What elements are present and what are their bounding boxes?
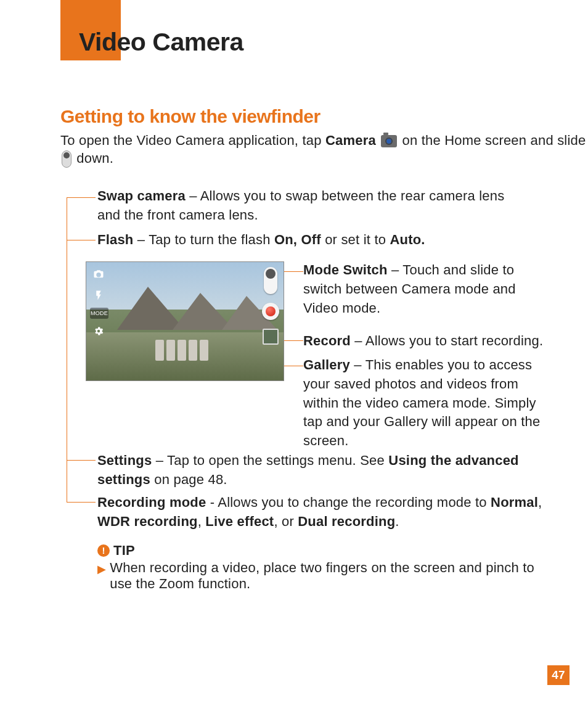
- tip-block: ! TIP ▶ When recording a video, place tw…: [97, 543, 553, 592]
- intro-text-post: down.: [76, 150, 113, 166]
- callout-line: [67, 502, 96, 503]
- recmode-label: Recording mode: [97, 495, 206, 510]
- callout-line: [67, 197, 96, 198]
- swap-label: Swap camera: [97, 188, 186, 203]
- right-icon-rail: [261, 267, 280, 345]
- page-number: 47: [547, 665, 570, 685]
- flash-b2: Auto.: [390, 232, 425, 247]
- recmode-t5: .: [395, 514, 399, 529]
- callout-record: Record – Allows you to start recording.: [303, 332, 553, 351]
- gallery-label: Gallery: [303, 357, 350, 372]
- page-title: Video Camera: [79, 28, 243, 57]
- recmode-t3: ,: [198, 514, 206, 529]
- section-heading: Getting to know the viewfinder: [60, 106, 321, 127]
- record-button[interactable]: [262, 303, 279, 320]
- mountains-graphic: [111, 274, 284, 330]
- callout-line: [67, 197, 67, 502]
- intro-text-pre: To open the Video Camera application, ta…: [60, 133, 325, 148]
- callout-mode-switch: Mode Switch – Touch and slide to switch …: [303, 261, 553, 318]
- arrow-right-icon: ▶: [97, 562, 106, 592]
- settings-gear-icon[interactable]: [90, 322, 107, 340]
- gallery-thumbnail[interactable]: [263, 329, 279, 345]
- callout-line: [283, 271, 303, 272]
- callout-flash: Flash – Tap to turn the flash On, Off or…: [97, 231, 553, 250]
- callout-swap-camera: Swap camera – Allows you to swap between…: [97, 187, 529, 225]
- flash-t1: – Tap to turn the flash: [133, 232, 274, 247]
- ground-graphic: [86, 332, 284, 380]
- recmode-b1: Normal: [491, 495, 538, 510]
- settings-label: Settings: [97, 453, 152, 468]
- camera-icon: [381, 135, 397, 147]
- recmode-b2: WDR recording: [97, 514, 198, 529]
- recmode-t2: ,: [538, 495, 542, 510]
- record-label: Record: [303, 333, 351, 348]
- intro-paragraph: To open the Video Camera application, ta…: [60, 132, 588, 168]
- exclamation-icon: !: [97, 544, 110, 557]
- slider-icon: [62, 150, 71, 168]
- viewfinder-screenshot: MODE: [86, 261, 284, 381]
- flash-b1: On, Off: [274, 232, 321, 247]
- mode-switch-toggle[interactable]: [264, 267, 277, 294]
- callout-line: [67, 240, 96, 240]
- left-icon-rail: MODE: [90, 266, 110, 343]
- record-text: – Allows you to start recording.: [351, 333, 543, 348]
- flash-label: Flash: [97, 232, 133, 247]
- callout-settings: Settings – Tap to open the settings menu…: [97, 451, 553, 490]
- intro-text-mid: on the Home screen and slide: [402, 133, 586, 148]
- camera-label: Camera: [325, 133, 376, 148]
- settings-t2: on page 48.: [150, 472, 227, 487]
- recmode-b3: Live effect: [205, 514, 274, 529]
- callout-line: [283, 340, 303, 341]
- mode-icon[interactable]: MODE: [90, 308, 108, 319]
- recmode-b4: Dual recording: [298, 514, 395, 529]
- callout-line: [283, 366, 303, 366]
- swap-camera-icon[interactable]: [90, 266, 107, 283]
- callout-line: [67, 460, 96, 461]
- recmode-t1: - Allows you to change the recording mod…: [206, 495, 491, 510]
- callout-recording-mode: Recording mode - Allows you to change th…: [97, 493, 553, 532]
- tip-text: When recording a video, place two finger…: [110, 560, 553, 592]
- tip-heading: TIP: [113, 543, 135, 559]
- settings-t1: – Tap to open the settings menu. See: [152, 453, 388, 468]
- flash-icon[interactable]: [90, 287, 107, 304]
- modeswitch-label: Mode Switch: [303, 262, 388, 277]
- flash-t2: or set it to: [321, 232, 390, 247]
- callout-gallery: Gallery – This enables you to access you…: [303, 356, 553, 451]
- recmode-t4: , or: [274, 514, 298, 529]
